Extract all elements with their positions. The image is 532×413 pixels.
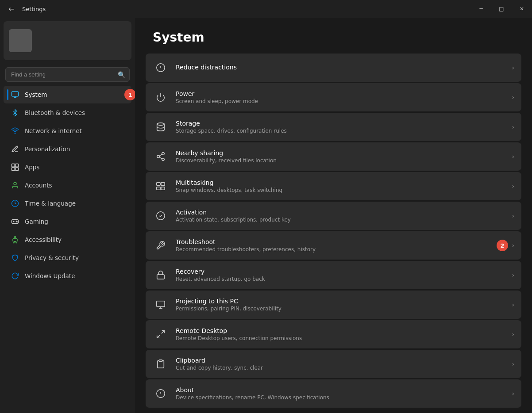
titlebar: ← Settings ─ □ ✕ — [0, 0, 532, 18]
sidebar-item-bluetooth[interactable]: Bluetooth & devices — [4, 104, 131, 122]
close-button[interactable]: ✕ — [512, 0, 532, 18]
sidebar-item-label: Accounts — [25, 182, 52, 189]
svg-rect-7 — [15, 168, 19, 171]
item-title: Activation — [176, 209, 505, 216]
svg-rect-28 — [157, 187, 160, 190]
privacy-icon — [11, 253, 19, 262]
settings-item-clipboard[interactable]: Clipboard Cut and copy history, sync, cl… — [146, 350, 521, 378]
sidebar-item-personalization[interactable]: Personalization — [4, 140, 131, 158]
sidebar-item-gaming[interactable]: Gaming — [4, 213, 131, 230]
clipboard-icon — [153, 356, 169, 372]
settings-item-multitasking[interactable]: Multitasking Snap windows, desktops, tas… — [146, 172, 521, 200]
sidebar-item-label: Privacy & security — [25, 254, 79, 261]
activation-icon — [153, 208, 169, 224]
item-desc: Remote Desktop users, connection permiss… — [176, 335, 505, 341]
item-text: Recovery Reset, advanced startup, go bac… — [176, 268, 505, 282]
storage-icon — [153, 119, 169, 135]
svg-point-21 — [162, 153, 165, 155]
settings-item-about[interactable]: About Device specifications, rename PC, … — [146, 379, 521, 408]
svg-point-8 — [14, 182, 16, 185]
item-desc: Reset, advanced startup, go back — [176, 276, 505, 282]
time-icon — [11, 199, 19, 208]
svg-rect-0 — [12, 92, 19, 96]
avatar — [9, 29, 32, 52]
app-container: 🔍 System 1 — [0, 18, 532, 413]
item-text: Reduce distractions — [176, 64, 505, 72]
item-title: Reduce distractions — [176, 64, 505, 71]
chevron-right-icon: › — [512, 301, 514, 308]
settings-item-storage[interactable]: Storage Storage space, drives, configura… — [146, 113, 521, 141]
item-text: Nearby sharing Discoverability, received… — [176, 149, 505, 164]
item-title: Storage — [176, 120, 505, 127]
item-text: Multitasking Snap windows, desktops, tas… — [176, 179, 505, 193]
settings-item-projecting[interactable]: Projecting to this PC Permissions, pairi… — [146, 291, 521, 319]
chevron-right-icon: › — [512, 272, 514, 279]
item-title: About — [176, 386, 505, 394]
svg-line-24 — [159, 157, 162, 159]
item-title: Multitasking — [176, 179, 505, 186]
item-text: Power Screen and sleep, power mode — [176, 90, 505, 104]
chevron-right-icon: › — [512, 242, 514, 249]
svg-point-22 — [157, 155, 160, 158]
main-content: System Reduce distractions › — [135, 18, 532, 413]
page-title: System — [135, 18, 532, 54]
sidebar-item-network[interactable]: Network & internet — [4, 122, 131, 140]
sidebar-item-system[interactable]: System 1 — [4, 86, 131, 103]
item-title: Recovery — [176, 268, 505, 275]
settings-item-recovery[interactable]: Recovery Reset, advanced startup, go bac… — [146, 261, 521, 289]
item-desc: Device specifications, rename PC, Window… — [176, 394, 505, 401]
settings-list: Reduce distractions › Power Screen and s… — [135, 54, 532, 408]
svg-point-23 — [162, 158, 165, 161]
search-icon: 🔍 — [118, 71, 125, 78]
svg-point-3 — [15, 133, 15, 134]
sidebar-item-update[interactable]: Windows Update — [4, 267, 131, 285]
sidebar-item-label: Windows Update — [25, 272, 75, 279]
item-text: Projecting to this PC Permissions, pairi… — [176, 298, 505, 312]
sidebar-item-label: System — [25, 91, 47, 98]
accounts-icon — [11, 181, 19, 190]
item-text: Clipboard Cut and copy history, sync, cl… — [176, 357, 505, 371]
back-button[interactable]: ← — [5, 3, 18, 15]
settings-item-activation[interactable]: Activation Activation state, subscriptio… — [146, 202, 521, 230]
chevron-right-icon: › — [512, 360, 514, 367]
sidebar-item-privacy[interactable]: Privacy & security — [4, 249, 131, 267]
svg-rect-26 — [157, 183, 160, 185]
sidebar-item-label: Time & language — [25, 200, 76, 207]
settings-item-power[interactable]: Power Screen and sleep, power mode › — [146, 83, 521, 111]
settings-item-remote-desktop[interactable]: Remote Desktop Remote Desktop users, con… — [146, 320, 521, 348]
minimize-button[interactable]: ─ — [471, 0, 491, 18]
sidebar: 🔍 System 1 — [0, 18, 135, 413]
user-profile[interactable] — [4, 21, 131, 60]
sidebar-item-label: Gaming — [25, 218, 48, 225]
chevron-right-icon: › — [512, 123, 514, 130]
svg-line-36 — [157, 335, 160, 338]
item-text: Remote Desktop Remote Desktop users, con… — [176, 327, 505, 341]
chevron-right-icon: › — [512, 64, 514, 71]
svg-point-14 — [17, 222, 18, 222]
network-icon — [11, 126, 19, 135]
item-title: Remote Desktop — [176, 327, 505, 334]
sidebar-item-time[interactable]: Time & language — [4, 195, 131, 212]
sidebar-item-accessibility[interactable]: Accessibility — [4, 231, 131, 249]
chevron-right-icon: › — [512, 183, 514, 190]
settings-item-reduce-distractions[interactable]: Reduce distractions › — [146, 54, 521, 82]
bluetooth-icon — [11, 108, 19, 117]
window-controls: ─ □ ✕ — [471, 0, 532, 18]
apps-icon — [11, 163, 19, 172]
item-title: Clipboard — [176, 357, 505, 364]
sidebar-item-apps[interactable]: Apps — [4, 158, 131, 176]
sidebar-item-label: Personalization — [25, 145, 70, 153]
sidebar-item-accounts[interactable]: Accounts — [4, 176, 131, 194]
app-title: Settings — [22, 6, 46, 12]
search-box: 🔍 — [5, 67, 130, 82]
settings-item-troubleshoot[interactable]: Troubleshoot Recommended troubleshooters… — [146, 231, 521, 260]
troubleshoot-icon — [153, 237, 169, 253]
item-title: Power — [176, 90, 505, 97]
svg-line-25 — [159, 154, 162, 156]
recovery-icon — [153, 267, 169, 283]
svg-rect-27 — [161, 183, 165, 185]
maximize-button[interactable]: □ — [491, 0, 512, 18]
item-desc: Cut and copy history, sync, clear — [176, 365, 505, 371]
settings-item-nearby-sharing[interactable]: Nearby sharing Discoverability, received… — [146, 142, 521, 171]
search-input[interactable] — [5, 67, 130, 82]
